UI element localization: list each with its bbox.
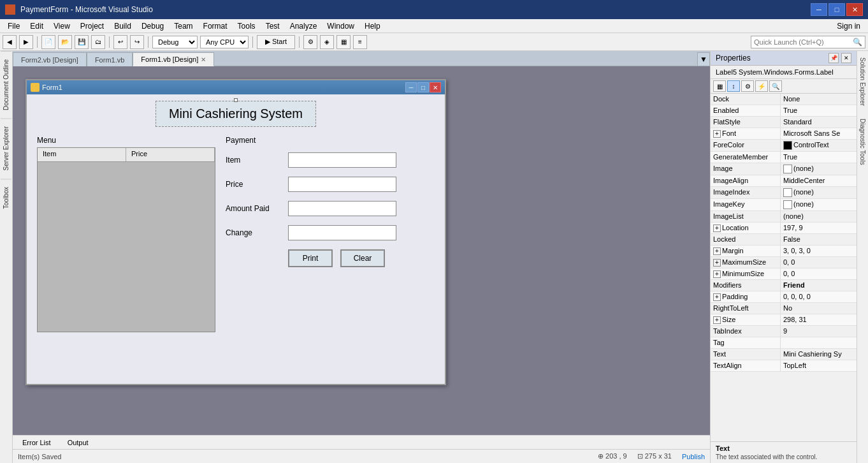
menu-listview[interactable]: Item Price bbox=[37, 147, 215, 332]
prop-value-image[interactable]: (none) bbox=[781, 163, 857, 175]
maximize-button[interactable]: □ bbox=[828, 3, 845, 16]
error-list-tab[interactable]: Error List bbox=[15, 437, 58, 448]
price-input[interactable] bbox=[288, 177, 396, 192]
prop-value-minsize[interactable]: 0, 0 bbox=[781, 268, 857, 279]
size-expand-icon[interactable]: + bbox=[713, 316, 721, 324]
form-title-label[interactable]: Mini Cashiering System bbox=[156, 101, 316, 127]
toolbar-back[interactable]: ◀ bbox=[3, 35, 17, 49]
toolbar-open[interactable]: 📂 bbox=[58, 35, 72, 49]
prop-value-font[interactable]: Microsoft Sans Se bbox=[781, 128, 857, 139]
form-close-button[interactable]: ✕ bbox=[430, 82, 441, 92]
menu-tools[interactable]: Tools bbox=[233, 20, 261, 32]
menu-build[interactable]: Build bbox=[109, 20, 136, 32]
toolbar-forward[interactable]: ▶ bbox=[19, 35, 33, 49]
tabs-menu-button[interactable]: ▼ bbox=[697, 52, 710, 66]
prop-value-margin[interactable]: 3, 0, 3, 0 bbox=[781, 246, 857, 256]
prop-value-textalign[interactable]: TopLeft bbox=[781, 360, 857, 371]
menu-edit[interactable]: Edit bbox=[25, 20, 48, 32]
menu-help[interactable]: Help bbox=[359, 20, 386, 32]
server-explorer-tab[interactable]: Server Explorer bbox=[1, 118, 11, 178]
prop-value-flatstyle[interactable]: Standard bbox=[781, 117, 857, 128]
menu-format[interactable]: Format bbox=[198, 20, 233, 32]
props-properties-btn[interactable]: ⚙ bbox=[741, 80, 754, 92]
font-expand-icon[interactable]: + bbox=[713, 130, 721, 138]
prop-value-imageindex[interactable]: (none) bbox=[781, 187, 857, 198]
tab-form2-design[interactable]: Form2.vb [Design] bbox=[13, 52, 87, 66]
padding-expand-icon[interactable]: + bbox=[713, 293, 721, 301]
menu-team[interactable]: Team bbox=[169, 20, 198, 32]
props-search-btn[interactable]: 🔍 bbox=[769, 80, 782, 92]
prop-value-imagekey[interactable]: (none) bbox=[781, 199, 857, 210]
props-events-btn[interactable]: ⚡ bbox=[755, 80, 768, 92]
toolbar-btn2[interactable]: ◈ bbox=[320, 35, 334, 49]
prop-value-enabled[interactable]: True bbox=[781, 105, 857, 116]
prop-value-imagealign[interactable]: MiddleCenter bbox=[781, 175, 857, 186]
location-expand-icon[interactable]: + bbox=[713, 224, 721, 232]
solution-explorer-tab[interactable]: Solution Explorer bbox=[857, 51, 868, 112]
toolbar-undo[interactable]: ↩ bbox=[113, 35, 127, 49]
menu-analyze[interactable]: Analyze bbox=[285, 20, 322, 32]
menu-test[interactable]: Test bbox=[261, 20, 285, 32]
menu-window[interactable]: Window bbox=[322, 20, 359, 32]
form-minimize-button[interactable]: ─ bbox=[405, 82, 417, 92]
prop-pin-button[interactable]: 📌 bbox=[828, 53, 839, 63]
platform-dropdown[interactable]: Any CPU x86 x64 bbox=[200, 36, 249, 48]
menu-file[interactable]: File bbox=[3, 20, 25, 32]
publish-button[interactable]: Publish bbox=[682, 453, 705, 460]
start-button[interactable]: ▶ Start bbox=[257, 35, 295, 49]
toolbar-btn3[interactable]: ▦ bbox=[336, 35, 351, 49]
prop-value-size[interactable]: 298, 31 bbox=[781, 314, 857, 325]
change-input[interactable] bbox=[288, 225, 396, 240]
tab-form1-design[interactable]: Form1.vb [Design] ✕ bbox=[133, 52, 214, 66]
toolbar-save[interactable]: 💾 bbox=[75, 35, 89, 49]
tab-form1-vb[interactable]: Form1.vb bbox=[87, 52, 133, 66]
clear-button[interactable]: Clear bbox=[340, 249, 385, 267]
document-outline-tab[interactable]: Document Outline bbox=[1, 51, 11, 118]
toolbar-new[interactable]: 📄 bbox=[41, 35, 55, 49]
tab-close-icon[interactable]: ✕ bbox=[201, 56, 206, 63]
prop-value-maxsize[interactable]: 0, 0 bbox=[781, 257, 857, 268]
prop-close-button[interactable]: ✕ bbox=[841, 53, 851, 63]
margin-expand-icon[interactable]: + bbox=[713, 247, 721, 255]
prop-value-tabindex[interactable]: 9 bbox=[781, 326, 857, 337]
toolbox-tab[interactable]: Toolbox bbox=[1, 179, 11, 216]
diagnostic-tools-tab[interactable]: Diagnostic Tools bbox=[857, 112, 868, 172]
prop-value-modifiers[interactable]: Friend bbox=[781, 280, 857, 291]
search-box[interactable]: 🔍 bbox=[751, 36, 865, 48]
prop-value-location[interactable]: 197, 9 bbox=[781, 223, 857, 233]
minsize-expand-icon[interactable]: + bbox=[713, 270, 721, 278]
sign-in-button[interactable]: Sign in bbox=[832, 20, 865, 32]
prop-value-righttoleft[interactable]: No bbox=[781, 303, 857, 314]
menu-view[interactable]: View bbox=[48, 20, 75, 32]
search-input[interactable] bbox=[751, 36, 850, 48]
minimize-button[interactable]: ─ bbox=[811, 3, 827, 16]
close-button[interactable]: ✕ bbox=[846, 3, 863, 16]
toolbar-btn1[interactable]: ⚙ bbox=[303, 35, 317, 49]
output-tab[interactable]: Output bbox=[61, 437, 96, 448]
prop-name-imageindex: ImageIndex bbox=[711, 187, 781, 198]
prop-value-imagelist[interactable]: (none) bbox=[781, 211, 857, 222]
item-input[interactable] bbox=[288, 152, 396, 168]
print-button[interactable]: Print bbox=[288, 249, 333, 267]
prop-value-padding[interactable]: 0, 0, 0, 0 bbox=[781, 291, 857, 302]
props-alphabetic-btn[interactable]: ↕ bbox=[727, 80, 740, 92]
prop-name-dock: Dock bbox=[711, 94, 781, 105]
prop-value-forecolor[interactable]: ControlText bbox=[781, 140, 857, 151]
debug-config-dropdown[interactable]: Debug Release bbox=[152, 36, 198, 48]
toolbar-btn4[interactable]: ≡ bbox=[353, 35, 367, 49]
prop-value-dock[interactable]: None bbox=[781, 94, 857, 105]
props-categorize-btn[interactable]: ▦ bbox=[713, 80, 726, 92]
maxsize-expand-icon[interactable]: + bbox=[713, 259, 721, 267]
prop-value-tag[interactable] bbox=[781, 337, 857, 348]
toolbar-redo[interactable]: ↪ bbox=[130, 35, 144, 49]
menu-project[interactable]: Project bbox=[75, 20, 109, 32]
menu-debug[interactable]: Debug bbox=[136, 20, 169, 32]
handle-top[interactable] bbox=[234, 98, 238, 102]
search-icon[interactable]: 🔍 bbox=[850, 36, 865, 48]
form-maximize-button[interactable]: □ bbox=[417, 82, 429, 92]
prop-value-text[interactable]: Mini Cashiering Sy bbox=[781, 349, 857, 360]
prop-value-locked[interactable]: False bbox=[781, 234, 857, 245]
amount-input[interactable] bbox=[288, 201, 396, 216]
prop-value-generatemember[interactable]: True bbox=[781, 152, 857, 163]
toolbar-save-all[interactable]: 🗂 bbox=[91, 35, 105, 49]
